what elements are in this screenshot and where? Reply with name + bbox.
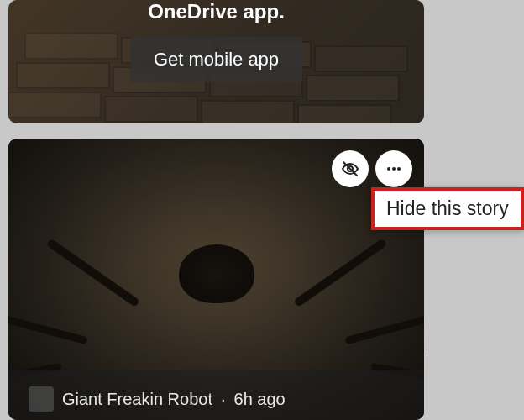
promo-title: OneDrive app. bbox=[8, 0, 424, 24]
svg-point-17 bbox=[392, 167, 396, 171]
svg-point-16 bbox=[387, 167, 390, 171]
source-logo-icon bbox=[29, 386, 54, 412]
hide-icon bbox=[340, 159, 360, 179]
hide-story-button[interactable] bbox=[332, 150, 369, 187]
get-mobile-app-button[interactable]: Get mobile app bbox=[130, 37, 302, 82]
onedrive-promo-card: OneDrive app. Get mobile app bbox=[8, 0, 424, 123]
hide-story-tooltip: Hide this story bbox=[371, 187, 524, 230]
more-icon bbox=[384, 159, 404, 179]
meta-separator: · bbox=[221, 390, 226, 409]
vertical-divider bbox=[427, 353, 427, 420]
story-time: 6h ago bbox=[234, 390, 286, 409]
more-options-button[interactable] bbox=[375, 150, 412, 187]
story-source: Giant Freakin Robot bbox=[62, 390, 212, 409]
story-footer: Giant Freakin Robot · 6h ago bbox=[8, 370, 424, 420]
story-actions bbox=[332, 150, 412, 187]
news-story-card[interactable]: Giant Freakin Robot · 6h ago bbox=[8, 139, 424, 420]
svg-point-18 bbox=[397, 167, 401, 171]
